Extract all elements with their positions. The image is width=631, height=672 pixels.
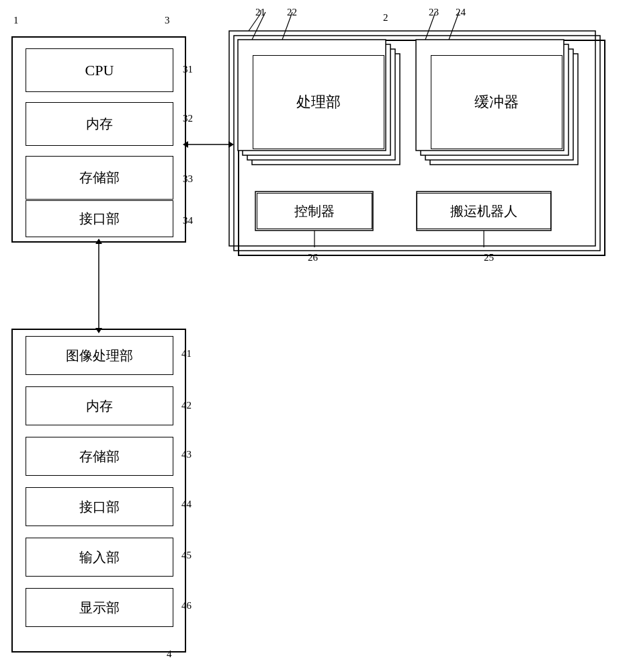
robot-box: 搬运机器人 bbox=[417, 193, 551, 229]
label-23: 23 bbox=[429, 7, 439, 18]
label-21: 21 bbox=[255, 7, 265, 18]
input-box: 输入部 bbox=[26, 538, 173, 577]
image-process-label: 图像处理部 bbox=[66, 347, 133, 365]
cpu-label: CPU bbox=[85, 62, 114, 79]
display-label: 显示部 bbox=[79, 599, 120, 617]
processing-box: 处理部 bbox=[253, 55, 384, 149]
label-1: 1 bbox=[13, 15, 19, 26]
interface2-label: 接口部 bbox=[79, 498, 120, 516]
controller-box: 控制器 bbox=[257, 193, 372, 229]
storage2-label: 存储部 bbox=[79, 448, 120, 466]
label-25: 25 bbox=[484, 252, 494, 263]
memory2-label: 内存 bbox=[86, 397, 113, 415]
label-43: 43 bbox=[181, 449, 192, 460]
label-4: 4 bbox=[167, 648, 172, 660]
storage2-box: 存储部 bbox=[26, 437, 173, 476]
label-2: 2 bbox=[383, 12, 388, 24]
interface1-box: 接口部 bbox=[26, 200, 173, 237]
label-44: 44 bbox=[181, 499, 192, 510]
buffer-label: 缓冲器 bbox=[474, 92, 519, 112]
svg-marker-20 bbox=[95, 328, 102, 333]
storage1-box: 存储部 bbox=[26, 156, 173, 200]
label-32: 32 bbox=[183, 113, 193, 124]
memory1-label: 内存 bbox=[86, 115, 113, 133]
label-22: 22 bbox=[287, 7, 297, 18]
memory1-box: 内存 bbox=[26, 102, 173, 146]
label-26: 26 bbox=[308, 252, 318, 263]
memory2-box: 内存 bbox=[26, 386, 173, 425]
image-process-box: 图像处理部 bbox=[26, 336, 173, 375]
controller-label: 控制器 bbox=[294, 202, 335, 220]
svg-marker-19 bbox=[95, 239, 102, 244]
label-41: 41 bbox=[181, 348, 192, 360]
svg-marker-17 bbox=[228, 141, 234, 148]
label-31: 31 bbox=[183, 64, 193, 75]
svg-marker-16 bbox=[183, 141, 188, 148]
label-46: 46 bbox=[181, 600, 192, 612]
label-33: 33 bbox=[183, 173, 193, 185]
label-42: 42 bbox=[181, 400, 192, 411]
buffer-box: 缓冲器 bbox=[431, 55, 562, 149]
interface1-label: 接口部 bbox=[79, 210, 120, 228]
label-34: 34 bbox=[183, 215, 193, 226]
cpu-box: CPU bbox=[26, 48, 173, 92]
interface2-box: 接口部 bbox=[26, 487, 173, 526]
display-box: 显示部 bbox=[26, 588, 173, 627]
label-45: 45 bbox=[181, 550, 192, 561]
input-label: 输入部 bbox=[79, 548, 120, 566]
robot-label: 搬运机器人 bbox=[450, 202, 517, 220]
label-3: 3 bbox=[165, 15, 170, 26]
label-24: 24 bbox=[456, 7, 466, 18]
storage1-label: 存储部 bbox=[79, 169, 120, 187]
processing-label: 处理部 bbox=[296, 92, 341, 112]
